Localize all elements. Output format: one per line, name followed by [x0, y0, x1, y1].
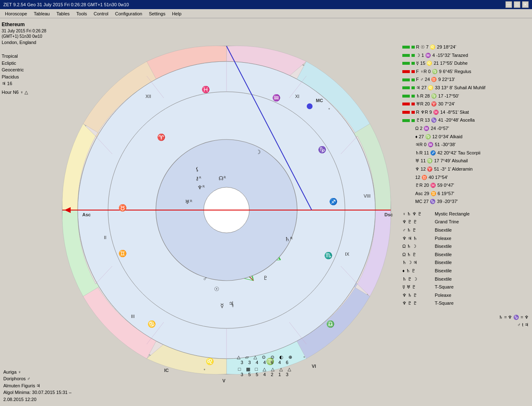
planet-data-0: R ☉ 7 ♌ 29 18°24' [416, 44, 456, 51]
menu-item-help[interactable]: Help [169, 10, 185, 17]
aspect-symbols-9: ☿ ♅ ♇ [402, 284, 431, 291]
ic-label: IC [164, 368, 169, 373]
sym-tri4: △ [271, 367, 274, 372]
aspect-symbols-5: Ω ♄ ♇ [402, 251, 431, 259]
aquarius-sign: ♒ [272, 94, 281, 102]
menu-item-configuration[interactable]: Configuration [112, 10, 145, 17]
planet-data-2: ☿ 15 ♌ 21 17°55' Dubhe [416, 60, 468, 67]
planet-color-bar2 [411, 70, 415, 73]
aspect-row-9: ☿ ♅ ♇T-Square [402, 284, 529, 291]
v-label: V [222, 378, 226, 383]
sym-triangle2: △ [254, 355, 257, 360]
system-placidus: Placidus [2, 73, 52, 81]
sun-symbol: ☉ [214, 286, 219, 292]
vi-label: VI [312, 364, 316, 369]
menu-item-tableau[interactable]: Tableau [30, 10, 53, 17]
planet-data-8: R ♆R 9 ♓ 14 -8°51' Skat [416, 109, 469, 116]
planet-data-4: F ♂ 24 ♉ 9 22°13' [416, 76, 455, 83]
planet-data-5: ♃ 27 ♌ 33 13° 8' Suhail Al Muhlif [416, 84, 485, 92]
planet-row-12: ♃R 0 ♒ 51 -30°38' [402, 141, 529, 149]
libra-sign: ♎ [326, 320, 335, 328]
aspect-name-6: Bisextile [435, 259, 452, 267]
aspect-row-6: ♄ ☽ ♃Bisextile [402, 259, 529, 267]
minimize-button[interactable]: — [505, 1, 512, 8]
sym-n2: 5 [248, 372, 251, 377]
menu-item-tools[interactable]: Tools [73, 10, 91, 17]
house-XII: XII [145, 94, 151, 99]
bottom-symbols: △ ▱ △ ⊙ ⊙ ◐ ⊕ 3 3 4 4 6 4 6 □ ▦ □ △ △ △ … [237, 355, 292, 377]
sym-sq3: □ [255, 367, 258, 372]
planet-row-17: ♇R 20 ♓ 59 0°47' [402, 182, 529, 189]
lilith-symbol: ⚸ [195, 166, 200, 172]
planet-row-15: ♆ 12 ♈ 51 -3° 1' Alderamin [402, 166, 529, 173]
sym-num7: 6 [286, 360, 288, 365]
planet-color-bar [402, 78, 410, 81]
menu-item-settings[interactable]: Settings [145, 10, 169, 17]
algol-line: Algol Minima: 30.07.2015 15:31 – 2.08.20… [3, 389, 83, 403]
aspect-row-2: ♂ ♄ ♇Bisextile [402, 227, 529, 234]
maximize-button[interactable]: □ [514, 1, 520, 8]
astrological-chart: II III XII XI IX VIII Asc Dsc IC MC V VI… [54, 32, 399, 393]
close-button[interactable]: ✕ [522, 1, 529, 8]
planet-color-bar2 [411, 103, 415, 105]
planet-color-bar2 [411, 78, 415, 81]
aspect-symbols-4: Ω ♄ ☽ [402, 243, 431, 250]
system-ecliptic: Ecliptic [2, 60, 52, 67]
planet-data-14: ♅ 11 ♍ 17 7°49' Alsuhail [415, 157, 468, 165]
planet-data-7: ♅R 20 ♈ 30 7°24' [416, 100, 455, 108]
svg-point-56 [307, 103, 313, 109]
planet-row-10: Ω 2 ♒ 24 -0°57' [402, 125, 529, 132]
sym-half: ◐ [279, 355, 283, 360]
aspect-symbols-3: ♆ ♃ ♄ [402, 235, 431, 242]
planet-row-7: ♅R 20 ♈ 30 7°24' [402, 100, 529, 108]
cancer-sign: ♋ [148, 320, 156, 328]
planet-color-bar [402, 103, 410, 105]
planet-list: R ☉ 7 ♌ 29 18°24'☽ 1 ♒ 4 -15°32' Tarazed… [402, 44, 529, 205]
aspect-symbols-10: ♆ ♄ ♇ [402, 292, 431, 299]
menubar: HoroscopeTableauTablesToolsControlConfig… [0, 9, 532, 18]
sym-tri6: △ [288, 367, 291, 372]
planet-row-0: R ☉ 7 ♌ 29 18°24' [402, 44, 529, 51]
sym-triangle: △ [237, 355, 240, 360]
planet-data-10: Ω 2 ♒ 24 -0°57' [415, 125, 449, 132]
moon-symbol: ☽ [256, 149, 261, 155]
aspect-name-7: Bisextile [435, 267, 452, 275]
formula-1: ♄ = ♆ ♑ = ♆ [402, 314, 529, 321]
formula-section: ♄ = ♆ ♑ = ♆ ♂ t ♃ [402, 314, 529, 328]
sym-tri3: △ [263, 367, 266, 372]
window-controls[interactable]: — □ ✕ [505, 1, 529, 8]
title-text: ZET 9.2.54 Geo 31 July 2015 Fri 0:26:28 … [3, 2, 505, 7]
planet-data-3: F ♀R 0 ♍ 9 6°45' Regulus [416, 68, 471, 76]
pluto-symbol: ♇ [263, 275, 268, 281]
sym-n6: 1 [278, 372, 281, 377]
aspect-symbols-2: ♂ ♄ ♇ [402, 227, 431, 234]
mars-symbol: ♂ [203, 275, 207, 282]
aspect-row-11: ♆ ♇ ♇T-Square [402, 300, 529, 307]
planet-row-4: F ♂ 24 ♉ 9 22°13' [402, 76, 529, 83]
aspect-symbols-7: ♦ ♄ ♇ [402, 267, 431, 275]
planet-data-1: ☽ 1 ♒ 4 -15°32' Tarazed [416, 52, 468, 59]
planet-color-bar [402, 62, 410, 65]
leo-sign: ♌ [206, 357, 214, 365]
planet-row-5: ♃ 27 ♌ 33 13° 8' Suhail Al Muhlif [402, 84, 529, 92]
planet-color-bar [402, 119, 410, 122]
planet-row-3: F ♀R 0 ♍ 9 6°45' Regulus [402, 68, 529, 76]
aspect-row-8: ♄ ♇ ☽Bisextile [402, 276, 529, 283]
sym-cross: ⊕ [288, 355, 292, 360]
formula-2: ♂ t ♃ [402, 321, 529, 329]
house-XI: XI [295, 94, 299, 99]
cusp-star-1: * [303, 356, 305, 360]
system-tropical: Tropical [2, 53, 52, 60]
menu-item-control[interactable]: Control [90, 10, 111, 17]
planet-data-18: Asc 29 ♊ 6 19°57' [415, 190, 454, 198]
titlebar: ZET 9.2.54 Geo 31 July 2015 Fri 0:26:28 … [0, 0, 532, 9]
jupiter-symbol: ♃ [229, 300, 234, 307]
sym-n5: 2 [271, 372, 273, 377]
planet-row-11: ♦ 27 ♍ 12 0°34' Alkaid [402, 133, 529, 141]
planet-data-13: ♄R 11 ♐ 42 20°42' Tau Scorpii [415, 149, 480, 157]
planet-color-bar [402, 70, 410, 73]
menu-item-horoscope[interactable]: Horoscope [2, 10, 30, 17]
menu-item-tables[interactable]: Tables [53, 10, 73, 17]
sagittarius-sign: ♐ [329, 198, 337, 205]
aspect-row-4: Ω ♄ ☽Bisextile [402, 243, 529, 250]
